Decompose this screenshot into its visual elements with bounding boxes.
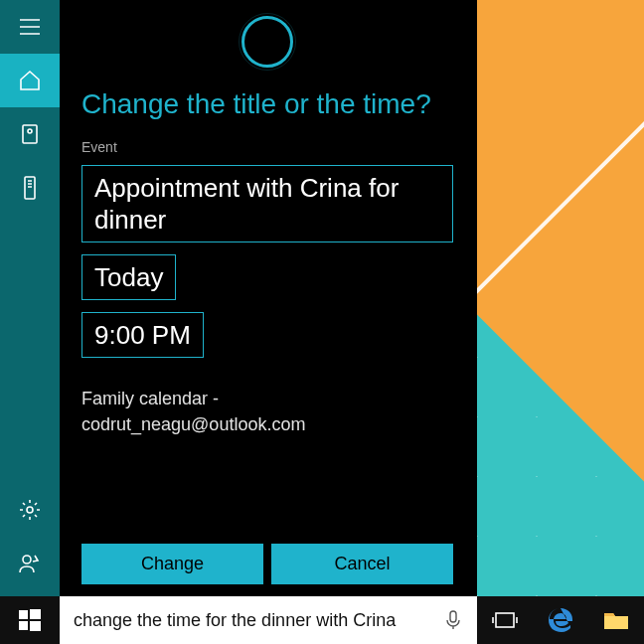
- menu-button[interactable]: [0, 0, 60, 54]
- svg-rect-6: [30, 609, 41, 619]
- start-button[interactable]: [0, 596, 60, 644]
- svg-rect-9: [450, 611, 456, 622]
- event-time-field[interactable]: 9:00 PM: [81, 312, 204, 358]
- home-icon: [18, 70, 42, 91]
- file-explorer-icon: [602, 609, 630, 631]
- devices-icon: [23, 176, 37, 200]
- cancel-button[interactable]: Cancel: [271, 544, 453, 584]
- home-button[interactable]: [0, 54, 60, 107]
- event-date-field[interactable]: Today: [81, 254, 176, 300]
- change-button[interactable]: Change: [81, 544, 263, 584]
- taskbar: [0, 596, 644, 644]
- file-explorer-button[interactable]: [588, 596, 644, 644]
- feedback-button[interactable]: [0, 537, 60, 590]
- mic-icon: [446, 610, 460, 630]
- calendar-info: Family calendar - codrut_neagu@outlook.c…: [81, 386, 453, 437]
- settings-button[interactable]: [0, 483, 60, 537]
- svg-rect-0: [23, 125, 37, 143]
- hamburger-icon: [19, 18, 41, 36]
- notebook-button[interactable]: [0, 107, 60, 161]
- svg-rect-7: [19, 621, 28, 630]
- windows-logo-icon: [19, 609, 41, 631]
- task-view-icon: [492, 610, 518, 630]
- devices-button[interactable]: [0, 161, 60, 215]
- cortana-panel: Change the title or the time? Event Appo…: [60, 0, 477, 596]
- feedback-icon: [18, 553, 42, 574]
- svg-rect-5: [19, 610, 28, 619]
- svg-point-1: [28, 129, 32, 133]
- cortana-sidebar: [0, 0, 60, 596]
- svg-point-4: [23, 556, 31, 564]
- event-title-field[interactable]: Appointment with Crina for dinner: [81, 165, 453, 242]
- cortana-logo-icon: [242, 16, 293, 68]
- mic-button[interactable]: [439, 606, 467, 634]
- task-view-button[interactable]: [477, 596, 533, 644]
- search-input[interactable]: [74, 610, 439, 631]
- svg-point-3: [27, 507, 33, 513]
- edge-button[interactable]: [533, 596, 588, 644]
- gear-icon: [18, 498, 42, 522]
- cortana-search-box[interactable]: [60, 596, 477, 644]
- svg-rect-8: [30, 621, 41, 631]
- svg-rect-10: [496, 613, 514, 627]
- event-label: Event: [81, 139, 453, 155]
- notebook-icon: [20, 123, 40, 145]
- edge-icon: [547, 606, 574, 634]
- prompt-heading: Change the title or the time?: [81, 87, 453, 121]
